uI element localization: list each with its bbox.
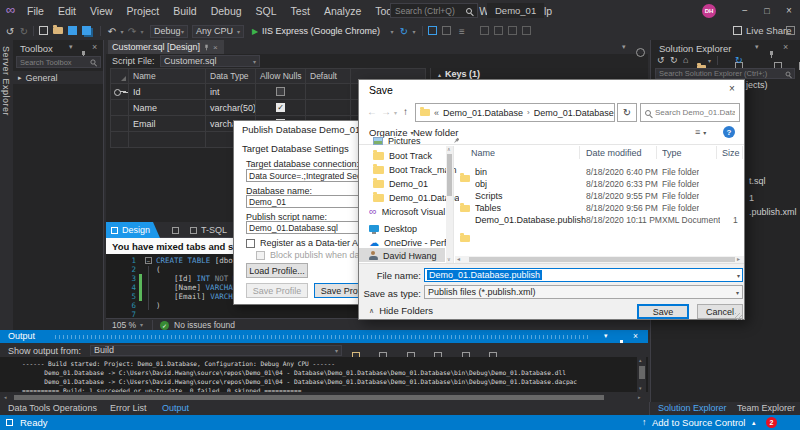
row-header-cell[interactable] bbox=[111, 100, 129, 115]
chevron-down-icon[interactable]: ▾ bbox=[708, 57, 711, 64]
scroll-up-icon[interactable]: ▴ bbox=[639, 357, 642, 363]
server-explorer-vertical-tab[interactable]: Server Explorer bbox=[1, 46, 11, 116]
home-icon[interactable]: ⌂ bbox=[683, 55, 688, 65]
output-title-bar[interactable]: Output ▾ × bbox=[0, 330, 648, 343]
undo-dropdown-icon[interactable]: ▾ bbox=[118, 24, 126, 38]
file-list-horizontal-scrollbar[interactable]: ◂ ▸ bbox=[455, 256, 744, 263]
scroll-left-icon[interactable]: ◂ bbox=[4, 394, 7, 400]
platform-dropdown[interactable]: Any CPU ▾ bbox=[192, 25, 244, 38]
tab-tsql[interactable]: T-SQL bbox=[186, 222, 238, 238]
toolbox-group-general[interactable]: ▸ General bbox=[13, 71, 103, 84]
tab-design[interactable]: Design bbox=[106, 222, 160, 238]
editor-options-icon[interactable] bbox=[636, 48, 645, 57]
register-checkbox[interactable] bbox=[246, 239, 255, 248]
zoom-level[interactable]: 105 % bbox=[112, 320, 136, 330]
scroll-down-icon[interactable]: ▾ bbox=[639, 385, 642, 391]
bookmark-icon[interactable] bbox=[480, 26, 489, 35]
help-button[interactable]: ? bbox=[723, 126, 735, 138]
toolbox-search-input[interactable]: Search Toolbox bbox=[16, 56, 101, 68]
zoom-dropdown-icon[interactable]: ▾ bbox=[140, 321, 143, 328]
toolbar-options-icon[interactable]: ≡ bbox=[456, 24, 468, 38]
menu-edit[interactable]: Edit bbox=[51, 0, 83, 22]
solution-tree-item-fragment[interactable]: .publish.xml bbox=[749, 207, 797, 217]
nav-up-icon[interactable]: ↑ bbox=[403, 106, 408, 117]
tab-split-view[interactable] bbox=[164, 222, 186, 238]
scroll-down-icon[interactable]: ∨ bbox=[447, 256, 451, 262]
chevron-down-icon[interactable]: ▾ bbox=[737, 272, 740, 279]
menu-analyze[interactable]: Analyze bbox=[317, 0, 368, 22]
toolbox-close-icon[interactable]: × bbox=[92, 42, 97, 52]
sidebar-item-visual-studio[interactable]: ∞Microsoft Visual S bbox=[369, 205, 455, 218]
save-button[interactable]: Save bbox=[637, 304, 689, 319]
bookmark-next-icon[interactable] bbox=[494, 26, 503, 35]
add-to-source-control-button[interactable]: Add to Source Control bbox=[652, 415, 745, 430]
attach-debugger-icon[interactable] bbox=[428, 26, 437, 35]
panel-close-icon[interactable]: × bbox=[633, 331, 638, 341]
panel-menu-icon[interactable]: ▾ bbox=[755, 43, 759, 51]
account-avatar[interactable]: DH bbox=[702, 4, 716, 18]
column-divider[interactable] bbox=[742, 146, 743, 159]
live-share-icon[interactable] bbox=[733, 26, 742, 35]
notifications-badge[interactable]: 2 bbox=[766, 417, 777, 428]
output-log[interactable]: ------ Build started: Project: Demo_01.D… bbox=[0, 357, 648, 392]
minimize-button[interactable]: − bbox=[735, 0, 755, 22]
scroll-left-icon[interactable]: ◂ bbox=[457, 256, 460, 263]
refresh-icon[interactable]: ↻ bbox=[735, 55, 743, 65]
file-name-input[interactable]: Demo_01.Database.publish ▾ bbox=[424, 268, 743, 282]
background-tasks-icon[interactable] bbox=[6, 419, 13, 426]
snapshot-icon[interactable] bbox=[442, 26, 451, 35]
row-header-cell[interactable] bbox=[111, 116, 129, 131]
live-share-button[interactable]: Live Share bbox=[746, 22, 791, 40]
solution-tree-item-fragment[interactable]: jects) bbox=[746, 80, 768, 90]
scroll-right-icon[interactable]: ▸ bbox=[638, 394, 641, 400]
load-profile-button[interactable]: Load Profile... bbox=[246, 263, 308, 278]
tab-data-tools-operations[interactable]: Data Tools Operations bbox=[8, 403, 97, 413]
run-target-label[interactable]: IIS Express (Google Chrome) bbox=[262, 22, 380, 40]
start-debug-icon[interactable]: ▶ bbox=[250, 24, 260, 38]
column-header-datatype[interactable]: Data Type bbox=[206, 69, 256, 83]
save-icon[interactable] bbox=[68, 26, 77, 35]
bookmark-prev-icon[interactable] bbox=[508, 26, 517, 35]
dialog-close-icon[interactable]: × bbox=[729, 83, 735, 94]
close-button[interactable]: × bbox=[779, 0, 799, 22]
scrollbar-thumb[interactable] bbox=[14, 395, 604, 400]
column-divider[interactable] bbox=[579, 146, 580, 159]
sidebar-item-david-hwang[interactable]: David Hwang bbox=[369, 249, 455, 262]
solution-tree-item-fragment[interactable]: t.sql bbox=[749, 176, 766, 186]
cell-name[interactable] bbox=[129, 132, 206, 148]
column-header-date-modified[interactable]: Date modified bbox=[586, 148, 642, 158]
toolbox-menu-icon[interactable]: ▾ bbox=[69, 43, 73, 51]
cell-name[interactable]: Id bbox=[129, 84, 206, 99]
open-file-icon[interactable] bbox=[53, 27, 63, 34]
menu-file[interactable]: File bbox=[20, 0, 51, 22]
cell-name[interactable]: Email bbox=[129, 116, 206, 131]
file-row-bin[interactable]: bin 8/18/2020 6:40 PM File folder bbox=[359, 80, 744, 98]
cell-datatype[interactable]: int bbox=[206, 84, 256, 99]
row-header-cell[interactable] bbox=[111, 132, 129, 148]
refresh-button[interactable]: ↻ bbox=[617, 103, 637, 122]
chevron-up-icon[interactable]: ▴ bbox=[752, 415, 756, 430]
column-header-size[interactable]: Size bbox=[722, 148, 740, 158]
grid-corner-cell[interactable] bbox=[111, 69, 129, 83]
address-bar[interactable]: « Demo_01.Database › Demo_01.Database › … bbox=[415, 103, 615, 122]
tab-list-dropdown-icon[interactable]: ▾ bbox=[622, 43, 626, 51]
panel-menu-icon[interactable]: ▾ bbox=[604, 332, 608, 340]
tab-error-list[interactable]: Error List bbox=[110, 403, 147, 413]
issues-status[interactable]: No issues found bbox=[174, 320, 235, 330]
sidebar-item-desktop[interactable]: Desktop bbox=[369, 222, 455, 235]
menu-test[interactable]: Test bbox=[284, 0, 317, 22]
menu-build[interactable]: Build bbox=[166, 0, 203, 22]
cell-name[interactable]: Name bbox=[129, 100, 206, 115]
tab-output-active[interactable]: Output bbox=[162, 403, 189, 413]
cell-default[interactable] bbox=[306, 100, 351, 115]
new-file-icon[interactable] bbox=[39, 26, 48, 35]
cell-allownulls[interactable]: ✓ bbox=[256, 100, 306, 115]
refresh-dropdown-icon[interactable]: ▾ bbox=[410, 24, 418, 38]
sidebar-scrollbar[interactable]: ∧ ∨ bbox=[446, 146, 453, 263]
output-vertical-scrollbar[interactable]: ▴ ▾ bbox=[637, 357, 646, 392]
scrollbar-thumb[interactable] bbox=[447, 154, 452, 196]
undo-icon[interactable]: ↶ bbox=[106, 24, 118, 38]
cell-datatype[interactable]: varchar(50) bbox=[206, 100, 256, 115]
menu-project[interactable]: Project bbox=[120, 0, 167, 22]
redo-icon[interactable]: ↷ bbox=[126, 24, 138, 38]
